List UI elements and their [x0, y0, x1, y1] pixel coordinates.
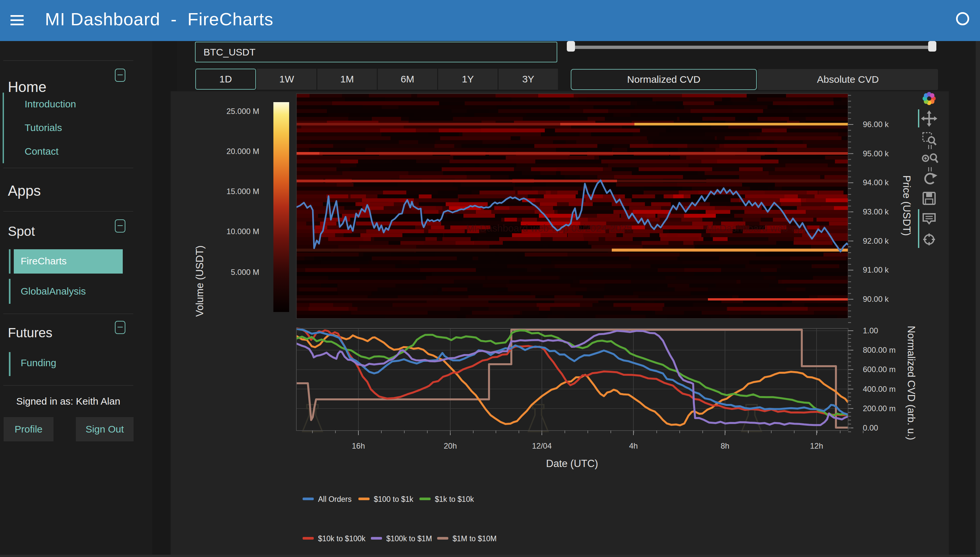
svg-text:91.00 k: 91.00 k: [863, 265, 889, 274]
svg-text:20h: 20h: [444, 441, 457, 450]
svg-text:16h: 16h: [352, 441, 365, 450]
svg-text:200.00 m: 200.00 m: [863, 404, 896, 413]
svg-text:Normalized CVD (arb. u.): Normalized CVD (arb. u.): [905, 326, 917, 440]
svg-text:400.00 m: 400.00 m: [863, 384, 896, 393]
svg-text:$1M to $10M: $1M to $10M: [453, 534, 496, 543]
svg-text:10.000 M: 10.000 M: [226, 227, 259, 236]
svg-text:Date (UTC): Date (UTC): [546, 458, 598, 469]
svg-text:4h: 4h: [629, 441, 638, 450]
svg-text:12/04: 12/04: [532, 441, 552, 450]
svg-text:90.00 k: 90.00 k: [863, 295, 889, 303]
svg-text:12h: 12h: [810, 441, 823, 450]
svg-text:94.00 k: 94.00 k: [863, 178, 889, 187]
svg-text:Price (USDT): Price (USDT): [901, 175, 912, 236]
svg-text:800.00 m: 800.00 m: [863, 345, 896, 354]
svg-text:96.00 k: 96.00 k: [863, 120, 889, 129]
svg-text:92.00 k: 92.00 k: [863, 236, 889, 245]
svg-text:0.00: 0.00: [863, 423, 878, 432]
svg-text:1.00: 1.00: [863, 326, 878, 335]
svg-text:Mi-Dashboard web-app: Mi-Dashboard web-app: [706, 223, 808, 233]
svg-text:15.000 M: 15.000 M: [226, 187, 259, 196]
svg-text:Volume (USDT): Volume (USDT): [194, 245, 206, 317]
svg-text:5.000 M: 5.000 M: [231, 268, 259, 277]
svg-text:$100 to $1k: $100 to $1k: [374, 495, 414, 503]
svg-text:8h: 8h: [721, 441, 730, 450]
svg-text:25.000 M: 25.000 M: [226, 107, 259, 116]
svg-text:Mi-Dashboard web-app 09/2024: Mi-Dashboard web-app 09/2024-2025: [466, 223, 632, 233]
svg-text:20.000 M: 20.000 M: [226, 147, 259, 156]
svg-text:93.00 k: 93.00 k: [863, 207, 889, 216]
svg-text:All Orders: All Orders: [318, 495, 352, 503]
svg-text:600.00 m: 600.00 m: [863, 365, 896, 374]
svg-text:$1k to $10k: $1k to $10k: [435, 495, 474, 503]
svg-text:95.00 k: 95.00 k: [863, 149, 889, 158]
svg-text:$10k to $100k: $10k to $100k: [318, 534, 366, 543]
svg-text:$100k to $1M: $100k to $1M: [386, 534, 432, 543]
